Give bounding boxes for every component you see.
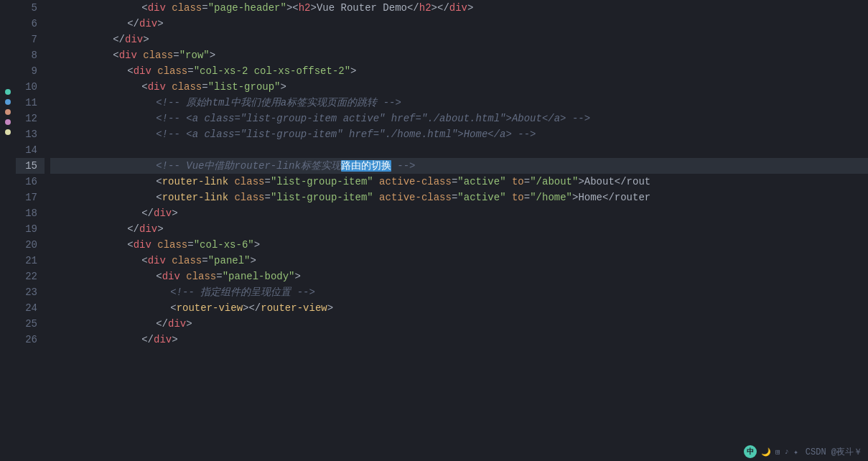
line-num-15: 15: [16, 158, 45, 174]
left-sidebar: [0, 0, 16, 461]
code-line-13: <!-- <a class="list-group-item" href="./…: [50, 126, 868, 142]
line-num-24: 24: [16, 300, 45, 316]
sidebar-dot-5: [5, 129, 11, 135]
line-num-20: 20: [16, 237, 45, 253]
tray-icon-circle: 中: [744, 445, 757, 458]
tray-user-icon: ✦: [793, 447, 798, 457]
line-num-11: 11: [16, 95, 45, 111]
sidebar-dot-3: [5, 109, 11, 115]
line-num-8: 8: [16, 47, 45, 63]
line-num-16: 16: [16, 174, 45, 190]
tray-sound-icon: ♪: [785, 447, 790, 456]
line-num-14: 14: [16, 142, 45, 158]
csdn-watermark: CSDN @夜斗￥: [806, 446, 862, 458]
line-num-19: 19: [16, 221, 45, 237]
line-num-7: 7: [16, 32, 45, 47]
line-num-25: 25: [16, 316, 45, 332]
line-num-10: 10: [16, 79, 45, 95]
tray-grid-icon: ⊞: [775, 447, 780, 457]
line-num-18: 18: [16, 205, 45, 221]
line-num-22: 22: [16, 269, 45, 284]
system-tray: 中 🌙 ⊞ ♪ ✦ CSDN @夜斗￥: [744, 445, 862, 458]
line-num-26: 26: [16, 332, 45, 348]
tray-moon-icon: 🌙: [761, 447, 771, 457]
line-num-13: 13: [16, 126, 45, 142]
line-num-9: 9: [16, 63, 45, 79]
line-num-12: 12: [16, 111, 45, 126]
code-line-5: <div class="page-header"><h2>Vue Router …: [50, 0, 868, 16]
line-numbers: 5 6 7 8 9 10 11 12 13 14 15 16 17 18 19 …: [16, 0, 45, 461]
line-num-23: 23: [16, 284, 45, 300]
line-num-6: 6: [16, 16, 45, 32]
sidebar-dot-1: [5, 89, 11, 95]
editor-container: 5 6 7 8 9 10 11 12 13 14 15 16 17 18 19 …: [0, 0, 868, 461]
sidebar-dot-4: [5, 119, 11, 125]
line-num-21: 21: [16, 253, 45, 269]
code-area[interactable]: <div class="page-header"><h2>Vue Router …: [45, 0, 868, 461]
line-num-5: 5: [16, 0, 45, 16]
sidebar-dot-2: [5, 99, 11, 105]
line-num-17: 17: [16, 190, 45, 205]
code-line-26: </div>: [50, 332, 868, 348]
